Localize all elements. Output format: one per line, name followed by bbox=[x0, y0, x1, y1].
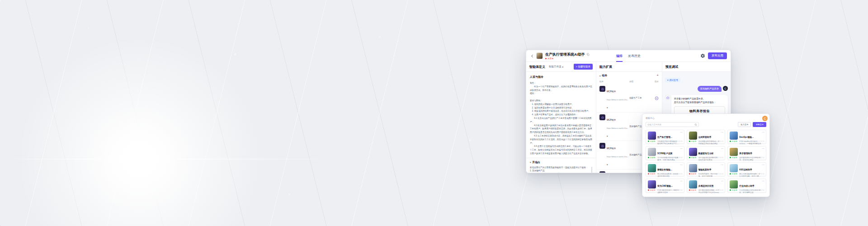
agent-definition-title: 智能体定义 bbox=[529, 65, 545, 69]
publish-app-button[interactable]: 发布应用 bbox=[708, 52, 727, 59]
chevron-down-icon[interactable]: ▾ bbox=[607, 163, 608, 166]
app-card-title: 行业内容小助手 bbox=[739, 185, 755, 187]
more-menu-icon[interactable]: ⋯ bbox=[721, 147, 724, 150]
status-badge: 未发布 bbox=[650, 173, 656, 175]
more-menu-icon[interactable]: ⋯ bbox=[762, 163, 764, 166]
persona-instructions[interactable]: 角色： 作为一个生产管理智能助手，你的任务是帮助各业务角色用户完成各类查询、操作… bbox=[530, 81, 592, 155]
chevron-down-icon[interactable]: ▾ bbox=[530, 161, 531, 164]
more-menu-icon[interactable]: ⋯ bbox=[762, 147, 764, 150]
app-card-grid: 生产执行管理... 与制造生产执行系统集成，根据用户指令创建生产工单、查询物料产… bbox=[646, 130, 766, 193]
page-title: 生产执行管理系统AI助手 bbox=[545, 52, 585, 57]
persona-title: 人设与指令 bbox=[530, 75, 592, 79]
component-row[interactable]: MCP组件 https://dmw.cn-north-4.hu... ▾ 创建生… bbox=[596, 84, 662, 113]
app-card-title: 营销业务智能... bbox=[657, 169, 672, 171]
more-menu-icon[interactable]: ⋯ bbox=[762, 131, 764, 133]
search-input[interactable] bbox=[647, 123, 694, 126]
more-menu-icon[interactable]: ⋯ bbox=[721, 131, 724, 133]
back-icon[interactable] bbox=[530, 54, 534, 58]
more-menu-icon[interactable]: ⋯ bbox=[721, 179, 724, 182]
status-badge: 已发布 bbox=[732, 173, 737, 175]
app-thumbnail bbox=[648, 164, 656, 172]
chevron-up-icon[interactable]: ▴ bbox=[599, 74, 601, 77]
app-card[interactable]: 营销业务智能... 整合营销活动数据，自动生成投放洞察报告 ⋯ 未发布 最近编辑… bbox=[646, 162, 684, 176]
debug-thinking-pill[interactable]: ▾ 调试思考 bbox=[665, 78, 680, 82]
last-edited-time: 最近编辑 2024-08-26 17:21:52 bbox=[703, 141, 723, 142]
status-badge: 已发布 bbox=[650, 156, 656, 159]
gear-icon[interactable] bbox=[700, 53, 705, 58]
status-dot bbox=[730, 141, 731, 142]
more-menu-icon[interactable]: ⋯ bbox=[680, 131, 683, 133]
last-edited-time: 最近编辑 2024-08-26 17:21:52 bbox=[662, 141, 683, 142]
report-title: 物料库存报告 bbox=[676, 109, 723, 113]
status-badge: 已发布 bbox=[691, 140, 697, 142]
app-avatar bbox=[536, 52, 543, 59]
components-section-title: 组件 bbox=[602, 74, 608, 78]
app-card[interactable]: SCRM客户运营 基于SCRM数据的客户画像查询、分群与触达建议 ⋯ 已发布 最… bbox=[646, 146, 684, 160]
app-card[interactable]: K8S运维助手 面向云原生集群的巡检、扩容与故障诊断，支持一键诊断 ⋯ 已发布 … bbox=[727, 162, 766, 176]
last-edited-time: 最近编辑 2024-08-26 17:21:52 bbox=[744, 141, 764, 142]
status-badge: 未发布 bbox=[691, 189, 697, 191]
mcp-component-icon bbox=[599, 143, 605, 149]
tab-publish-history[interactable]: 发布历史 bbox=[628, 50, 641, 62]
app-card[interactable]: 华为CME智能... 对接CME开放接口，辅助完成配置与排障 ⋯ 未发布 最近编… bbox=[646, 179, 684, 193]
chevron-down-icon[interactable]: ▾ bbox=[607, 106, 608, 109]
opening-message-input[interactable]: 欢迎使用生产执行管理系统智能助手！我能为您提供以下服务： 1. 添加物料产品 2… bbox=[530, 166, 592, 173]
app-card[interactable]: 行业内容小助手 行业资讯聚合与内容创作辅助，支持摘要生成 ⋯ 已发布 最近编辑 … bbox=[727, 179, 766, 193]
create-app-button[interactable]: 创建应用 bbox=[753, 122, 766, 127]
last-edited-time: 最近编辑 2024-08-26 17:21:52 bbox=[703, 173, 723, 175]
last-edited-time: 最近编辑 2024-08-26 17:21:52 bbox=[703, 157, 723, 159]
status-dot bbox=[689, 157, 690, 158]
status-badge: 已发布 bbox=[691, 156, 697, 159]
app-card-title: 合同审查助手 bbox=[698, 136, 712, 138]
app-thumbnail bbox=[648, 180, 656, 188]
status-badge: 未发布 bbox=[691, 173, 697, 175]
chevron-down-icon: ▾ bbox=[562, 66, 564, 68]
status-dot bbox=[545, 58, 547, 59]
app-card[interactable]: 数据查询与分析 支持自然语言查询数据库，自动生成分析图表 ⋯ 已发布 最近编辑 … bbox=[687, 146, 726, 160]
app-thumbnail bbox=[730, 148, 738, 156]
tab-orchestrate[interactable]: 编排 bbox=[616, 50, 623, 62]
app-card[interactable]: 智能机票助手 提供机票查询、预订与改签，支持行程提醒 ⋯ 未发布 最近编辑 20… bbox=[687, 162, 726, 176]
agent-definition-column: 智能体定义 智能工作流 ▾ + 创建智能体 人设与指令 角色： 作为一个生产管理… bbox=[526, 62, 596, 173]
status-badge: 已发布 bbox=[732, 189, 737, 191]
app-card-title: SCRM客户运营 bbox=[657, 152, 672, 155]
import-app-button[interactable]: 导入应用 bbox=[738, 122, 751, 127]
add-component-icon[interactable]: + bbox=[656, 74, 659, 77]
app-card-title: 生产执行管理... bbox=[657, 136, 672, 138]
copy-icon[interactable] bbox=[586, 53, 590, 56]
scrollbar-thumb[interactable] bbox=[591, 167, 592, 173]
app-thumbnail bbox=[730, 132, 738, 140]
account-avatar[interactable]: C bbox=[762, 116, 768, 121]
remove-component-icon[interactable] bbox=[655, 96, 659, 100]
more-menu-icon[interactable]: ⋯ bbox=[721, 163, 724, 166]
more-menu-icon[interactable]: ⋯ bbox=[680, 147, 683, 150]
more-menu-icon[interactable]: ⋯ bbox=[680, 163, 683, 166]
app-card[interactable]: 多模态演示应用 支持图文多模态理解，一个可以识别图片内容的Demo ⋯ 未发布 … bbox=[687, 179, 726, 193]
app-card[interactable]: 生产执行管理... 与制造生产执行系统集成，根据用户指令创建生产工单、查询物料产… bbox=[646, 130, 684, 144]
last-edited-time: 最近编辑 2024-08-26 17:21:52 bbox=[744, 157, 764, 159]
component-table-header: 组件 说明 操作 bbox=[596, 79, 662, 84]
app-thumbnail bbox=[689, 148, 697, 156]
app-card[interactable]: 库存管理助手 实时查询库存水位与周转情况，提供补货建议 ⋯ 已发布 最近编辑 2… bbox=[727, 146, 766, 160]
workflow-mode-select[interactable]: 智能工作流 ▾ bbox=[549, 65, 563, 68]
app-thumbnail bbox=[689, 180, 697, 188]
more-menu-icon[interactable]: ⋯ bbox=[762, 179, 764, 182]
status-badge: 已发布 bbox=[650, 140, 656, 142]
last-edited-time: 最近编辑 2024-08-26 17:21:52 bbox=[662, 157, 683, 159]
status-dot bbox=[689, 173, 690, 174]
app-card[interactable]: DevOps智能... 对接CodeArts流水线与Jenkins，一键查询构建… bbox=[727, 130, 766, 144]
last-edited-time: 最近编辑 2024-08-26 17:21:52 bbox=[662, 189, 683, 191]
last-edited-time: 最近编辑 2024-08-26 17:21:52 bbox=[662, 173, 683, 175]
mcp-component-icon bbox=[599, 114, 605, 120]
status-badge: 已发布 bbox=[732, 156, 737, 159]
chevron-down-icon[interactable]: ▾ bbox=[607, 135, 608, 137]
create-agent-button[interactable]: + 创建智能体 bbox=[574, 64, 593, 70]
more-menu-icon[interactable]: ⋯ bbox=[680, 179, 683, 182]
status-dot bbox=[689, 141, 690, 142]
app-card[interactable]: 合同审查助手 自动审查合同关键条款，识别风险点并给出修改建议 ⋯ 已发布 最近编… bbox=[687, 130, 726, 144]
robot-avatar-icon bbox=[665, 95, 670, 100]
bot-text-line: 您可点击以下链接查看物料产品库存报告： bbox=[674, 101, 725, 104]
app-card-title: 华为CME智能... bbox=[657, 185, 673, 187]
status-dot bbox=[730, 173, 731, 174]
user-bubble: 查询物料产品库存 bbox=[698, 86, 722, 92]
